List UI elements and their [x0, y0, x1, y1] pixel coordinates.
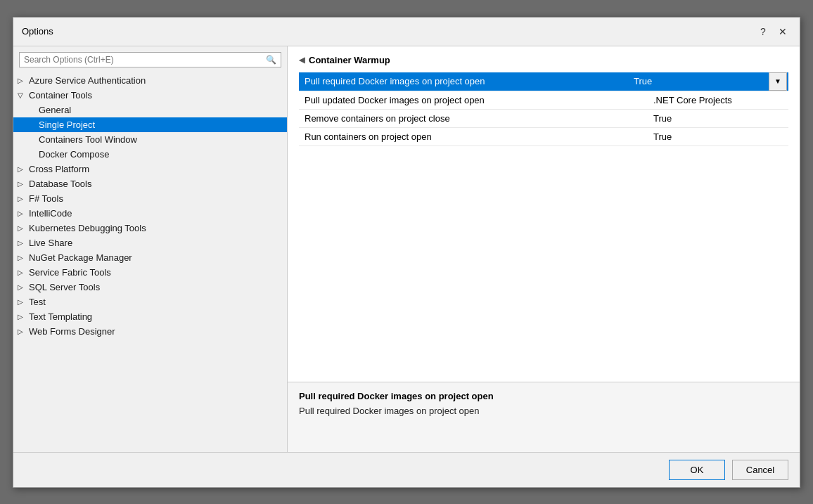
search-box[interactable]: 🔍 — [19, 52, 281, 67]
title-bar: Options ? ✕ — [13, 18, 800, 46]
prop-value-remove-containers: True — [648, 110, 788, 127]
tree-arrow-cross-platform: ▷ — [18, 165, 26, 173]
tree-label-test: Test — [29, 297, 46, 307]
close-button[interactable]: ✕ — [774, 23, 791, 40]
prop-row-pull-updated[interactable]: Pull updated Docker images on project op… — [299, 91, 788, 110]
tree-label-single-project: Single Project — [39, 119, 95, 130]
tree-arrow-kubernetes-debugging: ▷ — [18, 224, 26, 232]
tree-arrow-fsharp-tools: ▷ — [18, 195, 26, 202]
description-title: Pull required Docker images on project o… — [299, 391, 788, 401]
tree-item-nuget-package[interactable]: ▷NuGet Package Manager — [13, 250, 287, 265]
tree-label-container-tools: Container Tools — [29, 90, 92, 101]
cancel-button[interactable]: Cancel — [732, 460, 788, 480]
tree-item-sql-server[interactable]: ▷SQL Server Tools — [13, 280, 287, 295]
tree-item-general[interactable]: General — [13, 103, 287, 117]
section-header: ◀ Container Warmup — [299, 55, 788, 65]
properties-area: ◀ Container Warmup Pull required Docker … — [288, 46, 800, 382]
tree-arrow-database-tools: ▷ — [18, 180, 26, 188]
tree-item-kubernetes-debugging[interactable]: ▷Kubernetes Debugging Tools — [13, 221, 287, 235]
prop-dropdown-pull-required[interactable]: ▼ — [769, 72, 787, 91]
prop-value-pull-required: True — [628, 73, 769, 89]
tree-arrow-live-share: ▷ — [18, 239, 26, 247]
search-icon: 🔍 — [266, 55, 276, 65]
title-bar-right: ? ✕ — [755, 23, 791, 40]
right-panel: ◀ Container Warmup Pull required Docker … — [288, 46, 800, 452]
tree-item-container-tools[interactable]: ▽Container Tools — [13, 88, 287, 103]
tree-arrow-test: ▷ — [18, 298, 26, 306]
tree-item-cross-platform[interactable]: ▷Cross Platform — [13, 162, 287, 176]
prop-value-pull-updated: .NET Core Projects — [648, 92, 788, 108]
description-area: Pull required Docker images on project o… — [288, 382, 800, 452]
prop-row-pull-required[interactable]: Pull required Docker images on project o… — [299, 72, 788, 91]
tree-item-live-share[interactable]: ▷Live Share — [13, 235, 287, 250]
tree-arrow-nuget-package: ▷ — [18, 254, 26, 261]
tree-item-text-templating[interactable]: ▷Text Templating — [13, 309, 287, 324]
tree-area: ▷Azure Service Authentication▽Container … — [13, 73, 287, 452]
tree-label-fsharp-tools: F# Tools — [29, 193, 63, 204]
prop-row-run-containers[interactable]: Run containers on project openTrue — [299, 128, 788, 146]
tree-arrow-text-templating: ▷ — [18, 313, 26, 321]
tree-arrow-service-fabric: ▷ — [18, 269, 26, 276]
tree-label-kubernetes-debugging: Kubernetes Debugging Tools — [29, 223, 146, 233]
tree-label-intellicode: IntelliCode — [29, 208, 72, 219]
tree-item-test[interactable]: ▷Test — [13, 295, 287, 309]
tree-item-intellicode[interactable]: ▷IntelliCode — [13, 206, 287, 221]
tree-label-live-share: Live Share — [29, 238, 72, 248]
content-area: 🔍 ▷Azure Service Authentication▽Containe… — [13, 46, 800, 452]
tree-arrow-azure-service-auth: ▷ — [18, 77, 26, 84]
tree-label-general: General — [39, 105, 71, 115]
tree-arrow-intellicode: ▷ — [18, 209, 26, 217]
prop-name-run-containers: Run containers on project open — [299, 129, 648, 145]
options-dialog: Options ? ✕ 🔍 ▷Azure Service Authenticat… — [13, 17, 800, 488]
bottom-bar: OK Cancel — [13, 452, 800, 487]
tree-label-service-fabric: Service Fabric Tools — [29, 267, 111, 278]
search-input[interactable] — [24, 55, 266, 65]
tree-label-sql-server: SQL Server Tools — [29, 282, 100, 292]
tree-label-database-tools: Database Tools — [29, 179, 91, 189]
section-title: Container Warmup — [309, 55, 390, 65]
prop-name-remove-containers: Remove containers on project close — [299, 110, 648, 127]
tree-item-service-fabric[interactable]: ▷Service Fabric Tools — [13, 265, 287, 280]
prop-name-pull-required: Pull required Docker images on project o… — [299, 73, 628, 89]
tree-label-web-forms: Web Forms Designer — [29, 326, 115, 337]
left-panel: 🔍 ▷Azure Service Authentication▽Containe… — [13, 46, 288, 452]
tree-item-azure-service-auth[interactable]: ▷Azure Service Authentication — [13, 73, 287, 88]
tree-label-nuget-package: NuGet Package Manager — [29, 252, 132, 263]
dialog-title: Options — [22, 26, 53, 37]
tree-item-database-tools[interactable]: ▷Database Tools — [13, 176, 287, 191]
tree-label-docker-compose: Docker Compose — [39, 149, 109, 160]
tree-arrow-web-forms: ▷ — [18, 328, 26, 335]
tree-item-web-forms[interactable]: ▷Web Forms Designer — [13, 324, 287, 339]
tree-arrow-container-tools: ▽ — [18, 91, 26, 99]
properties-table: Pull required Docker images on project o… — [299, 72, 788, 146]
tree-arrow-sql-server: ▷ — [18, 283, 26, 291]
prop-name-pull-updated: Pull updated Docker images on project op… — [299, 92, 648, 108]
prop-value-run-containers: True — [648, 129, 788, 145]
ok-button[interactable]: OK — [669, 460, 725, 480]
help-button[interactable]: ? — [755, 23, 772, 40]
tree-item-fsharp-tools[interactable]: ▷F# Tools — [13, 191, 287, 206]
prop-row-remove-containers[interactable]: Remove containers on project closeTrue — [299, 110, 788, 128]
section-arrow-icon: ◀ — [299, 56, 305, 65]
tree-item-docker-compose[interactable]: Docker Compose — [13, 147, 287, 162]
tree-label-cross-platform: Cross Platform — [29, 164, 89, 174]
description-text: Pull required Docker images on project o… — [299, 406, 788, 416]
tree-label-text-templating: Text Templating — [29, 311, 92, 322]
tree-item-single-project[interactable]: Single Project — [13, 117, 287, 132]
tree-label-azure-service-auth: Azure Service Authentication — [29, 75, 146, 86]
tree-label-containers-tool-window: Containers Tool Window — [39, 134, 137, 145]
title-bar-left: Options — [22, 26, 53, 37]
tree-item-containers-tool-window[interactable]: Containers Tool Window — [13, 132, 287, 147]
